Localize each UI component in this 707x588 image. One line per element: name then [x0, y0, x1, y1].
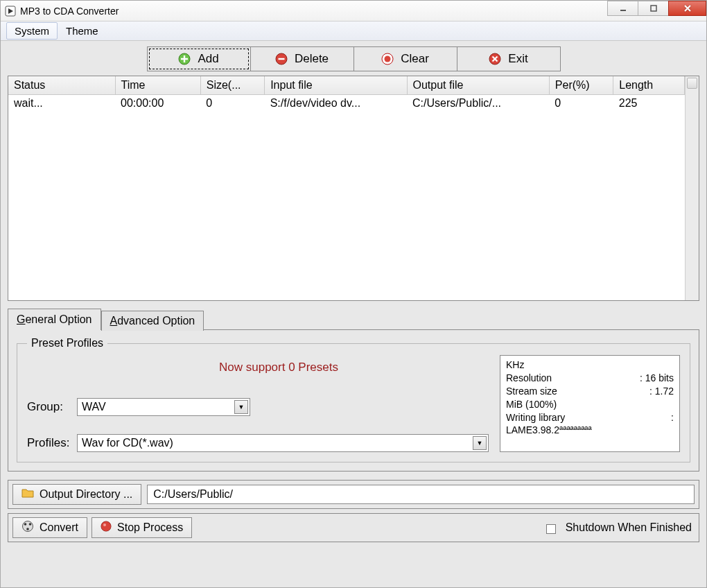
tab-panel-general: Preset Profiles Now support 0 Presets Gr…	[8, 329, 699, 472]
file-list-area[interactable]: Status Time Size(... Input file Output f…	[8, 76, 685, 300]
app-window: MP3 to CDA Converter System Theme Add	[0, 0, 707, 588]
svg-point-16	[103, 524, 106, 526]
window-title: MP3 to CDA Converter	[20, 6, 608, 17]
clear-button[interactable]: Clear	[354, 46, 457, 71]
preset-profiles-group: Preset Profiles Now support 0 Presets Gr…	[17, 337, 690, 462]
profiles-combo[interactable]: Wav for CD(*.wav) ▼	[77, 434, 489, 452]
col-length[interactable]: Length	[613, 76, 685, 95]
group-value: WAV	[82, 401, 234, 413]
tab-advanced-label-rest: dvanced Option	[117, 315, 195, 327]
file-list: Status Time Size(... Input file Output f…	[8, 76, 699, 301]
maximize-button[interactable]	[638, 1, 669, 16]
cell-output: C:/Users/Public/...	[407, 95, 549, 112]
cell-input: S:/f/dev/video dv...	[265, 95, 407, 112]
svg-point-11	[24, 523, 27, 526]
menu-bar: System Theme	[1, 21, 706, 41]
action-bar: Convert Stop Process Shutdown When Finis…	[8, 513, 699, 542]
table-header-row: Status Time Size(... Input file Output f…	[8, 76, 685, 95]
exit-icon	[489, 53, 501, 65]
menu-theme[interactable]: Theme	[58, 21, 107, 40]
info-line: KHz	[506, 358, 674, 372]
minimize-button[interactable]	[607, 1, 638, 16]
output-directory-value: C:/Users/Public/	[153, 488, 233, 501]
exit-button[interactable]: Exit	[457, 46, 561, 71]
folder-icon	[21, 487, 34, 501]
list-scrollbar[interactable]	[685, 76, 699, 300]
cell-per: 0	[549, 95, 613, 112]
col-input[interactable]: Input file	[265, 76, 407, 95]
delete-button[interactable]: Delete	[250, 46, 354, 71]
stop-process-button[interactable]: Stop Process	[91, 517, 192, 538]
output-directory-button[interactable]: Output Directory ...	[12, 484, 141, 505]
info-box: KHz Resolution: 16 bits Stream size: 1.7…	[500, 355, 680, 452]
profiles-value: Wav for CD(*.wav)	[82, 437, 473, 449]
add-label: Add	[198, 52, 218, 66]
group-combo[interactable]: WAV ▼	[77, 398, 250, 416]
info-key: Resolution	[506, 372, 640, 385]
col-status[interactable]: Status	[8, 76, 115, 95]
app-icon	[5, 6, 16, 17]
stop-icon	[101, 521, 112, 535]
svg-rect-2	[620, 10, 626, 11]
svg-point-12	[29, 523, 32, 526]
info-key: Writing library	[506, 411, 671, 424]
table-row[interactable]: wait... 00:00:00 0 S:/f/dev/video dv... …	[8, 95, 685, 112]
info-val: : 16 bits	[640, 372, 674, 385]
chevron-down-icon: ▼	[234, 400, 248, 414]
convert-button[interactable]: Convert	[12, 517, 87, 538]
cell-time: 00:00:00	[115, 95, 200, 112]
delete-icon	[275, 53, 288, 65]
info-val: : 1.72	[649, 385, 674, 398]
preset-legend: Preset Profiles	[27, 337, 107, 349]
tabs: General Option Advanced Option	[8, 308, 699, 329]
cell-size: 0	[200, 95, 264, 112]
info-line: LAME3.98.2ªªªªªªªªª	[506, 424, 674, 437]
col-output[interactable]: Output file	[407, 76, 549, 95]
cell-length: 225	[613, 95, 685, 112]
col-time[interactable]: Time	[115, 76, 200, 95]
info-key: Stream size	[506, 385, 649, 398]
profiles-label: Profiles:	[27, 436, 77, 450]
output-directory-label: Output Directory ...	[40, 488, 132, 501]
tab-general-label-rest: eneral Option	[25, 313, 91, 325]
toolbar: Add Delete Clear Exit	[8, 46, 699, 71]
svg-rect-6	[278, 58, 284, 60]
scroll-up-icon[interactable]	[687, 78, 697, 89]
tab-general-option[interactable]: General Option	[8, 309, 101, 330]
title-bar: MP3 to CDA Converter	[1, 1, 706, 21]
svg-point-15	[101, 521, 111, 531]
convert-label: Convert	[40, 521, 78, 534]
clear-label: Clear	[401, 52, 429, 66]
tab-advanced-option[interactable]: Advanced Option	[101, 311, 204, 331]
preset-message: Now support 0 Presets	[27, 355, 489, 386]
info-val: :	[671, 411, 674, 424]
group-label: Group:	[27, 400, 77, 414]
convert-icon	[21, 520, 34, 535]
svg-point-8	[385, 56, 391, 62]
col-size[interactable]: Size(...	[200, 76, 264, 95]
clear-icon	[381, 53, 394, 65]
info-line: MiB (100%)	[506, 398, 674, 411]
exit-label: Exit	[508, 52, 527, 66]
output-directory-field[interactable]: C:/Users/Public/	[147, 485, 695, 504]
stop-label: Stop Process	[117, 521, 183, 534]
client-area: Add Delete Clear Exit	[1, 41, 706, 587]
add-button[interactable]: Add	[147, 46, 251, 71]
delete-label: Delete	[295, 52, 329, 66]
chevron-down-icon: ▼	[473, 436, 487, 450]
close-button[interactable]	[668, 1, 706, 16]
shutdown-checkbox[interactable]	[546, 524, 556, 534]
menu-system[interactable]: System	[6, 22, 58, 40]
window-controls	[608, 1, 706, 21]
output-bar: Output Directory ... C:/Users/Public/	[8, 480, 699, 509]
svg-rect-3	[651, 6, 656, 11]
add-icon	[178, 53, 191, 65]
col-per[interactable]: Per(%)	[549, 76, 613, 95]
cell-status: wait...	[8, 95, 115, 112]
shutdown-label: Shutdown When Finished	[566, 521, 692, 534]
svg-point-13	[26, 528, 29, 530]
